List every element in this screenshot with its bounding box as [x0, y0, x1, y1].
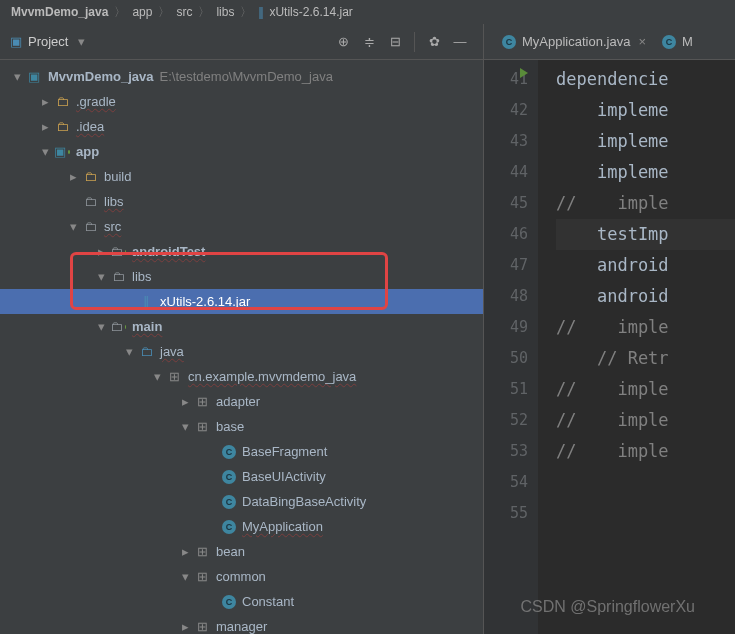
- chevron-right-icon[interactable]: ▸: [178, 395, 192, 409]
- folder-icon: 🗀: [138, 344, 154, 359]
- node-label: common: [216, 569, 266, 584]
- node-label: BaseUIActivity: [242, 469, 326, 484]
- chevron-down-icon[interactable]: ▾: [38, 145, 52, 159]
- expand-icon[interactable]: ≑: [358, 31, 380, 53]
- chevron-down-icon[interactable]: ▾: [122, 345, 136, 359]
- tree-base[interactable]: ▾ ⊞ base: [0, 414, 483, 439]
- jar-icon: ‖: [258, 5, 264, 19]
- crumb-libs[interactable]: libs: [216, 5, 234, 19]
- chevron-right-icon[interactable]: ▸: [178, 620, 192, 634]
- tree-root[interactable]: ▾ ▣ MvvmDemo_java E:\testdemo\MvvmDemo_j…: [0, 64, 483, 89]
- chevron-down-icon[interactable]: ▾: [94, 320, 108, 334]
- select-target-icon[interactable]: ⊕: [332, 31, 354, 53]
- tree-adapter[interactable]: ▸ ⊞ adapter: [0, 389, 483, 414]
- tree-androidtest[interactable]: ▸ 🗀 androidTest: [0, 239, 483, 264]
- node-label: app: [76, 144, 99, 159]
- tree-app[interactable]: ▾ ▣ app: [0, 139, 483, 164]
- module-icon: ▣: [54, 144, 70, 159]
- settings-icon[interactable]: ✿: [423, 31, 445, 53]
- node-label: .gradle: [76, 94, 116, 109]
- gutter: 414243444546474849505152535455: [484, 60, 538, 634]
- package-icon: ⊞: [194, 619, 210, 634]
- package-icon: ⊞: [194, 569, 210, 584]
- tree-constant[interactable]: C Constant: [0, 589, 483, 614]
- tree-build[interactable]: ▸ 🗀 build: [0, 164, 483, 189]
- crumb-jar[interactable]: xUtils-2.6.14.jar: [269, 5, 352, 19]
- tree-libs2[interactable]: ▾ 🗀 libs: [0, 264, 483, 289]
- node-label: build: [104, 169, 131, 184]
- tree-bean[interactable]: ▸ ⊞ bean: [0, 539, 483, 564]
- chevron-down-icon[interactable]: ▾: [178, 420, 192, 434]
- collapse-icon[interactable]: ⊟: [384, 31, 406, 53]
- crumb-root[interactable]: MvvmDemo_java: [11, 5, 108, 19]
- tree-manager[interactable]: ▸ ⊞ manager: [0, 614, 483, 634]
- node-label: java: [160, 344, 184, 359]
- code-area[interactable]: dependencie impleme impleme impleme// im…: [538, 60, 735, 634]
- chevron-down-icon[interactable]: ▾: [66, 220, 80, 234]
- package-icon: ⊞: [194, 419, 210, 434]
- editor-pane: C MyApplication.java × C M 4142434445464…: [484, 24, 735, 634]
- node-label: cn.example.mvvmdemo_java: [188, 369, 356, 384]
- jar-icon: ‖: [138, 294, 154, 309]
- package-icon: ⊞: [194, 544, 210, 559]
- tree-libs1[interactable]: 🗀 libs: [0, 189, 483, 214]
- project-tree: ▾ ▣ MvvmDemo_java E:\testdemo\MvvmDemo_j…: [0, 60, 483, 634]
- chevron-right-icon[interactable]: ▸: [94, 245, 108, 259]
- tree-baseuiactivity[interactable]: C BaseUIActivity: [0, 464, 483, 489]
- tab-label: MyApplication.java: [522, 34, 630, 49]
- node-label: base: [216, 419, 244, 434]
- tree-jar-selected[interactable]: ‖ xUtils-2.6.14.jar: [0, 289, 483, 314]
- crumb-app[interactable]: app: [132, 5, 152, 19]
- no-arrow: [206, 595, 220, 609]
- class-icon: C: [222, 495, 236, 509]
- folder-icon: 🗀: [54, 119, 70, 134]
- node-label: libs: [132, 269, 152, 284]
- chevron-right-icon[interactable]: ▸: [178, 545, 192, 559]
- tab-myapplication[interactable]: C MyApplication.java ×: [494, 24, 654, 59]
- no-arrow: [206, 495, 220, 509]
- package-icon: ⊞: [194, 394, 210, 409]
- chevron-right-icon[interactable]: ▸: [38, 120, 52, 134]
- close-icon[interactable]: ×: [638, 34, 646, 49]
- chevron-down-icon[interactable]: ▾: [150, 370, 164, 384]
- chevron-right-icon[interactable]: ▸: [38, 95, 52, 109]
- tab-label: M: [682, 34, 693, 49]
- hide-icon[interactable]: —: [449, 31, 471, 53]
- tree-java[interactable]: ▾ 🗀 java: [0, 339, 483, 364]
- node-label: .idea: [76, 119, 104, 134]
- tree-gradle[interactable]: ▸ 🗀 .gradle: [0, 89, 483, 114]
- node-label: MyApplication: [242, 519, 323, 534]
- tree-main[interactable]: ▾ 🗀 main: [0, 314, 483, 339]
- folder-icon: 🗀: [82, 169, 98, 184]
- node-label: adapter: [216, 394, 260, 409]
- run-marker-icon[interactable]: [520, 68, 528, 78]
- editor-body[interactable]: 414243444546474849505152535455 dependenc…: [484, 60, 735, 634]
- project-view-icon: ▣: [10, 34, 22, 49]
- node-label: src: [104, 219, 121, 234]
- tree-basefragment[interactable]: C BaseFragment: [0, 439, 483, 464]
- tree-common[interactable]: ▾ ⊞ common: [0, 564, 483, 589]
- module-icon: ▣: [26, 69, 42, 84]
- root-path: E:\testdemo\MvvmDemo_java: [160, 69, 333, 84]
- tree-src[interactable]: ▾ 🗀 src: [0, 214, 483, 239]
- node-label: Constant: [242, 594, 294, 609]
- crumb-src[interactable]: src: [176, 5, 192, 19]
- dropdown-icon[interactable]: ▾: [78, 34, 85, 49]
- tab-partial[interactable]: C M: [654, 24, 701, 59]
- class-icon: C: [222, 470, 236, 484]
- class-icon: C: [222, 520, 236, 534]
- chevron-down-icon[interactable]: ▾: [178, 570, 192, 584]
- chevron-down-icon[interactable]: ▾: [94, 270, 108, 284]
- no-arrow: [206, 520, 220, 534]
- tree-idea[interactable]: ▸ 🗀 .idea: [0, 114, 483, 139]
- project-title[interactable]: Project: [28, 34, 68, 49]
- tree-myapplication[interactable]: C MyApplication: [0, 514, 483, 539]
- chevron-down-icon[interactable]: ▾: [10, 70, 24, 84]
- root-name: MvvmDemo_java: [48, 69, 154, 84]
- folder-icon: 🗀: [82, 194, 98, 209]
- tree-databingbaseactivity[interactable]: C DataBingBaseActivity: [0, 489, 483, 514]
- chevron-right-icon[interactable]: ▸: [66, 170, 80, 184]
- node-label: main: [132, 319, 162, 334]
- tree-pkg[interactable]: ▾ ⊞ cn.example.mvvmdemo_java: [0, 364, 483, 389]
- node-label: libs: [104, 194, 124, 209]
